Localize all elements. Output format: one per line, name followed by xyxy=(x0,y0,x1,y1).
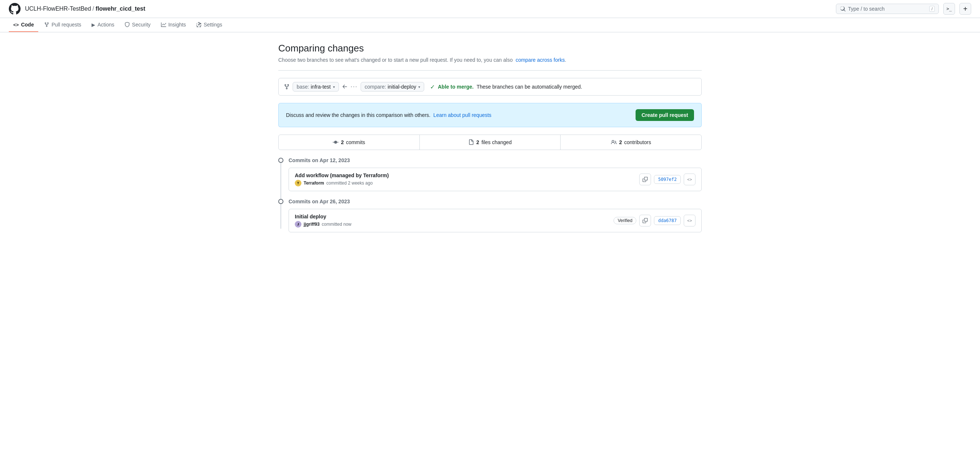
main-content: Comparing changes Choose two branches to… xyxy=(269,32,711,250)
dots-button[interactable]: ··· xyxy=(351,83,358,90)
commit-2-meta: J jjgriff93 committed now xyxy=(295,221,352,228)
compare-forks-link[interactable]: compare across forks xyxy=(516,57,565,63)
commit-1-meta: T Terraform committed 2 weeks ago xyxy=(295,180,389,186)
search-placeholder: Type / to search xyxy=(848,6,927,12)
compare-icon xyxy=(284,84,290,90)
tab-pull-requests-label: Pull requests xyxy=(51,22,81,27)
commit-1-author[interactable]: Terraform xyxy=(304,180,324,186)
commit-1-title: Add workflow (managed by Terraform) xyxy=(295,172,389,178)
arrow-icon xyxy=(342,84,348,90)
commit-2-browse-button[interactable]: <> xyxy=(684,215,695,226)
commit-group-1-header: Commits on Apr 12, 2023 xyxy=(288,157,702,163)
tab-code[interactable]: <> Code xyxy=(9,18,38,32)
compare-label: compare: xyxy=(365,84,386,90)
tab-security-label: Security xyxy=(132,22,151,27)
search-icon xyxy=(840,6,846,12)
plus-icon: + xyxy=(963,5,967,13)
create-pull-request-button[interactable]: Create pull request xyxy=(636,109,694,121)
base-label: base: xyxy=(297,84,309,90)
tab-actions-label: Actions xyxy=(97,22,115,27)
timeline-line xyxy=(280,161,281,229)
top-nav: UCLH-FlowEHR-TestBed / flowehr_cicd_test… xyxy=(0,0,980,18)
search-box[interactable]: Type / to search / xyxy=(836,4,939,14)
commit-1-time: committed 2 weeks ago xyxy=(326,180,373,186)
commit-1-browse-button[interactable]: <> xyxy=(684,174,695,185)
settings-icon xyxy=(196,22,202,27)
tab-pull-requests[interactable]: Pull requests xyxy=(40,18,86,32)
commit-2-title: Initial deploy xyxy=(295,214,352,220)
info-banner-text: Discuss and review the changes in this c… xyxy=(286,112,492,118)
code-icon: <> xyxy=(13,22,19,27)
learn-pr-link[interactable]: Learn about pull requests xyxy=(433,112,492,118)
commit-group-2-header: Commits on Apr 26, 2023 xyxy=(288,199,702,204)
commit-1-hash-link[interactable]: 5097ef2 xyxy=(654,175,681,184)
tab-code-label: Code xyxy=(21,22,34,27)
commit-card-1-left: Add workflow (managed by Terraform) T Te… xyxy=(295,172,389,186)
copy-icon xyxy=(643,177,648,182)
terminal-button[interactable]: >_ xyxy=(943,3,955,15)
check-icon: ✓ xyxy=(430,83,435,91)
compare-caret-icon: ▾ xyxy=(418,85,420,89)
commits-label: commits xyxy=(346,139,365,145)
browse-2-icon: <> xyxy=(687,218,692,223)
commit-group-1: Commits on Apr 12, 2023 Add workflow (ma… xyxy=(288,157,702,191)
files-count: 2 xyxy=(476,139,479,145)
commit-group-2-date: Commits on Apr 26, 2023 xyxy=(288,199,350,204)
commits-stat[interactable]: 2 commits xyxy=(278,135,420,150)
github-logo[interactable] xyxy=(9,3,21,15)
actions-icon: ▶ xyxy=(92,22,95,27)
page-subtitle: Choose two branches to see what's change… xyxy=(278,57,702,63)
tab-settings[interactable]: Settings xyxy=(192,18,227,32)
tab-settings-label: Settings xyxy=(204,22,223,27)
tab-security[interactable]: Security xyxy=(120,18,155,32)
timeline-node-2 xyxy=(278,199,283,204)
commits-timeline: Commits on Apr 12, 2023 Add workflow (ma… xyxy=(278,157,702,232)
files-icon xyxy=(468,139,474,145)
commits-count: 2 xyxy=(341,139,344,145)
page-title: Comparing changes xyxy=(278,43,702,54)
tab-actions[interactable]: ▶ Actions xyxy=(87,18,119,32)
commit-2-hash-link[interactable]: dda6787 xyxy=(654,216,681,225)
insights-icon xyxy=(161,22,166,27)
files-label: files changed xyxy=(482,139,512,145)
commit-1-copy-button[interactable] xyxy=(639,174,651,185)
subtitle-period: . xyxy=(565,57,566,63)
commit-2-author[interactable]: jjgriff93 xyxy=(304,222,320,227)
merge-description: These branches can be automatically merg… xyxy=(477,84,582,90)
repo-name[interactable]: flowehr_cicd_test xyxy=(95,5,145,12)
commit-card-2-right: Verified dda6787 <> xyxy=(614,215,695,226)
files-stat[interactable]: 2 files changed xyxy=(420,135,561,150)
repo-nav: <> Code Pull requests ▶ Actions Security… xyxy=(0,18,980,32)
tab-insights-label: Insights xyxy=(169,22,186,27)
contributors-stat[interactable]: 2 contributors xyxy=(561,135,702,150)
contributors-icon xyxy=(611,139,617,145)
browse-1-icon: <> xyxy=(687,177,692,182)
org-name[interactable]: UCLH-FlowEHR-TestBed xyxy=(25,5,91,12)
base-branch-value: infra-test xyxy=(310,84,331,90)
compare-branch-selector[interactable]: compare: initial-deploy ▾ xyxy=(361,82,424,92)
commit-2-copy-button[interactable] xyxy=(639,215,651,226)
stats-row: 2 commits 2 files changed 2 contributors xyxy=(278,135,702,150)
plus-button[interactable]: + xyxy=(959,3,971,15)
section-divider xyxy=(278,70,702,70)
subtitle-text: Choose two branches to see what's change… xyxy=(278,57,513,63)
commit-card-2-left: Initial deploy J jjgriff93 committed now xyxy=(295,214,352,228)
able-to-merge-text: Able to merge. xyxy=(438,84,474,90)
commit-2-time: committed now xyxy=(321,222,352,227)
base-branch-selector[interactable]: base: infra-test ▾ xyxy=(293,82,339,92)
verified-badge[interactable]: Verified xyxy=(614,217,636,224)
commits-icon xyxy=(332,139,339,145)
timeline-node-1 xyxy=(278,158,283,163)
commit-card-1-right: 5097ef2 <> xyxy=(639,174,695,185)
commit-1-avatar: T xyxy=(295,180,301,186)
security-icon xyxy=(125,22,130,27)
compare-bar: base: infra-test ▾ ··· compare: initial-… xyxy=(278,78,702,96)
contributors-count: 2 xyxy=(619,139,622,145)
pull-request-icon xyxy=(44,22,49,27)
path-sep: / xyxy=(92,5,94,12)
commit-group-1-date: Commits on Apr 12, 2023 xyxy=(288,157,350,163)
compare-branch-value: initial-deploy xyxy=(387,84,416,90)
tab-insights[interactable]: Insights xyxy=(157,18,191,32)
info-banner: Discuss and review the changes in this c… xyxy=(278,103,702,127)
repo-breadcrumb: UCLH-FlowEHR-TestBed / flowehr_cicd_test xyxy=(25,5,145,12)
